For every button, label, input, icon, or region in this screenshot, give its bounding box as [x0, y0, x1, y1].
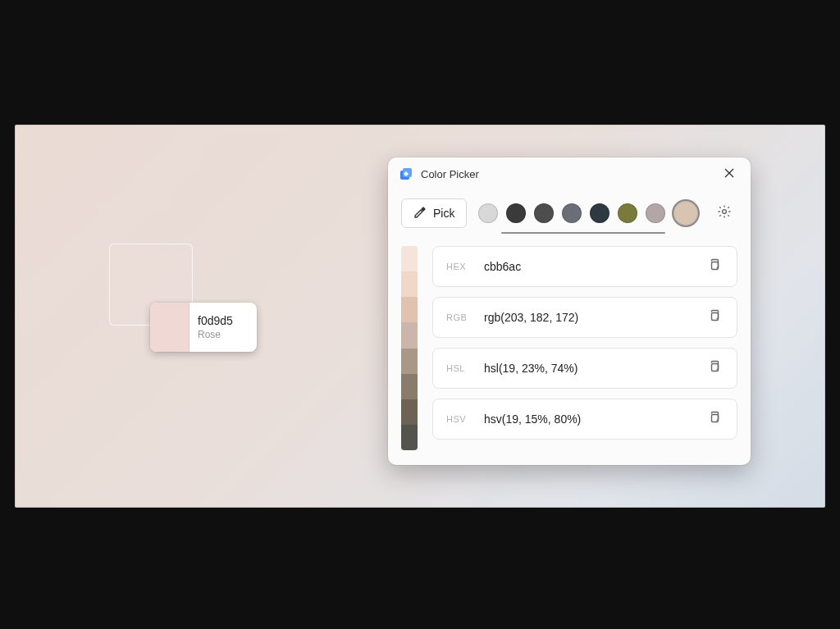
format-label: HEX [446, 262, 484, 271]
desktop-stage: f0d9d5 Rose Color Picker [15, 125, 825, 508]
tooltip-color-name: Rose [198, 329, 249, 340]
format-row: HSLhsl(19, 23%, 74%) [432, 348, 737, 389]
format-list: HEXcbb6acRGBrgb(203, 182, 172)HSLhsl(19,… [432, 246, 737, 450]
format-label: HSL [446, 363, 484, 373]
shade-step[interactable] [401, 297, 418, 322]
history-swatch[interactable] [646, 203, 665, 223]
copy-button[interactable] [702, 356, 727, 381]
eyedropper-icon [413, 206, 427, 221]
color-picker-window: Color Picker Pick [388, 157, 751, 465]
window-title: Color Picker [421, 168, 718, 180]
format-value: cbb6ac [484, 260, 702, 273]
history-swatch[interactable] [618, 203, 637, 223]
tooltip-hex-value: f0d9d5 [198, 314, 249, 327]
format-value: hsl(19, 23%, 74%) [484, 362, 702, 375]
shade-step[interactable] [401, 374, 418, 399]
copy-button[interactable] [702, 407, 727, 431]
history-swatch[interactable] [562, 203, 582, 223]
format-label: HSV [446, 414, 484, 424]
format-value: rgb(203, 182, 172) [484, 311, 702, 324]
history-swatch-row [478, 201, 700, 226]
shade-step[interactable] [401, 425, 418, 450]
close-icon [724, 166, 734, 181]
shade-strip[interactable] [401, 246, 418, 450]
format-row: RGBrgb(203, 182, 172) [432, 297, 737, 338]
copy-icon [708, 411, 721, 427]
format-label: RGB [446, 312, 484, 322]
picker-body: HEXcbb6acRGBrgb(203, 182, 172)HSLhsl(19,… [388, 236, 751, 465]
shade-step[interactable] [401, 399, 418, 425]
format-value: hsv(19, 15%, 80%) [484, 412, 702, 426]
app-icon [399, 167, 413, 180]
shade-step[interactable] [401, 322, 418, 348]
shade-step[interactable] [401, 349, 418, 374]
tooltip-text-group: f0d9d5 Rose [189, 303, 257, 352]
history-swatch[interactable] [506, 203, 526, 223]
color-tooltip: f0d9d5 Rose [150, 303, 257, 352]
close-button[interactable] [718, 162, 741, 185]
settings-button[interactable] [711, 200, 737, 226]
history-swatch[interactable] [590, 203, 609, 223]
svg-point-2 [723, 210, 727, 214]
shade-step[interactable] [401, 271, 418, 297]
history-swatch[interactable] [534, 203, 554, 223]
format-row: HEXcbb6ac [432, 246, 737, 287]
format-row: HSVhsv(19, 15%, 80%) [432, 399, 737, 440]
copy-button[interactable] [702, 254, 727, 279]
pick-button-label: Pick [433, 207, 454, 220]
copy-icon [708, 309, 721, 326]
gear-icon [717, 204, 732, 222]
copy-button[interactable] [702, 305, 727, 330]
toolbar: Pick [388, 190, 751, 236]
pick-button[interactable]: Pick [401, 198, 467, 228]
history-swatch[interactable] [673, 201, 698, 226]
tooltip-swatch [150, 303, 189, 352]
shade-step[interactable] [401, 246, 418, 271]
titlebar[interactable]: Color Picker [388, 157, 751, 190]
copy-icon [708, 360, 721, 376]
history-swatch[interactable] [478, 203, 498, 223]
swatch-underline [501, 232, 665, 234]
copy-icon [708, 258, 721, 275]
